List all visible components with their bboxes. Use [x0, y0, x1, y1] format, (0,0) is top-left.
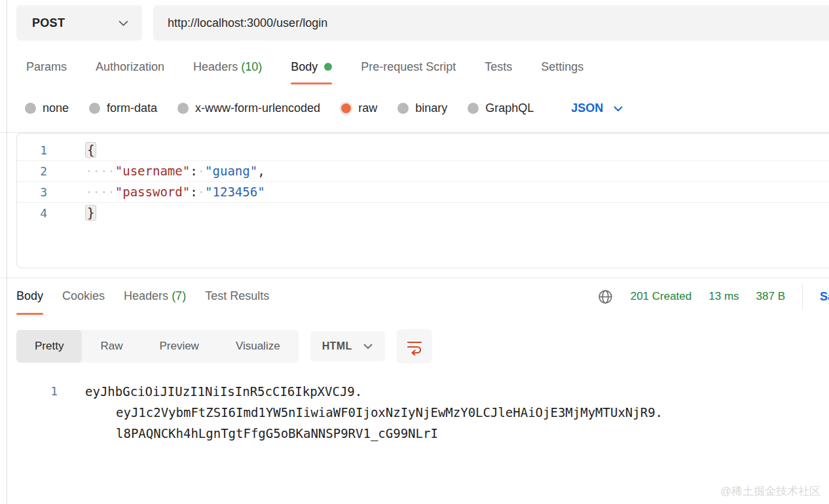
- view-preview[interactable]: Preview: [141, 330, 217, 363]
- radio-icon: [177, 103, 189, 114]
- indent-guide: ····: [85, 164, 115, 178]
- wrap-text-icon: [405, 337, 424, 355]
- body-type-row: none form-data x-www-form-urlencoded raw…: [25, 101, 829, 115]
- tab-body[interactable]: Body: [291, 60, 332, 84]
- editor-line: 3 ····"password":·"123456": [17, 182, 829, 203]
- radio-graphql[interactable]: GraphQL: [468, 101, 534, 115]
- space-dot: ·: [198, 164, 205, 178]
- chevron-down-icon: [613, 103, 623, 114]
- watermark: @稀土掘金技术社区: [720, 484, 820, 499]
- wrap-text-button[interactable]: [397, 329, 432, 363]
- save-response-button[interactable]: Save Response: [820, 290, 829, 304]
- radio-x-www-form-urlencoded[interactable]: x-www-form-urlencoded: [177, 101, 320, 115]
- tab-response-headers[interactable]: Headers (7): [124, 279, 186, 315]
- language-dropdown[interactable]: JSON: [571, 101, 623, 115]
- language-dropdown-value: JSON: [571, 101, 603, 115]
- url-text: http://localhost:3000/user/login: [168, 16, 327, 30]
- json-value: "guang": [205, 164, 257, 178]
- url-bar: POST http://localhost:3000/user/login: [16, 5, 829, 41]
- response-headers-count-badge: (7): [172, 289, 186, 302]
- json-key: "username": [115, 164, 190, 178]
- tab-authorization[interactable]: Authorization: [96, 60, 164, 84]
- response-language-dropdown[interactable]: HTML: [310, 331, 385, 361]
- body-modified-dot-icon: [324, 63, 332, 71]
- json-value: "123456": [205, 185, 265, 199]
- view-visualize[interactable]: Visualize: [217, 330, 299, 363]
- line-number[interactable]: 4: [17, 203, 60, 224]
- globe-icon: [597, 289, 614, 305]
- method-select[interactable]: POST: [16, 5, 142, 41]
- response-language-value: HTML: [322, 340, 352, 352]
- tab-settings[interactable]: Settings: [541, 60, 583, 84]
- view-raw[interactable]: Raw: [82, 330, 141, 363]
- line-number[interactable]: 2: [17, 161, 60, 181]
- open-brace: {: [85, 142, 96, 158]
- tab-pre-request-script[interactable]: Pre-request Script: [361, 60, 456, 84]
- view-pretty[interactable]: Pretty: [16, 330, 82, 363]
- chevron-down-icon: [363, 341, 373, 351]
- close-brace: }: [85, 205, 96, 221]
- token-line: l8PAQNCKh4hLgnTgtFfgG5oBKaNNSP9RV1_cG99N…: [116, 423, 663, 444]
- radio-selected-icon: [341, 103, 351, 113]
- response-time[interactable]: 13 ms: [709, 290, 739, 303]
- vertical-divider: [802, 283, 803, 310]
- space-dot: ·: [198, 185, 205, 199]
- radio-binary[interactable]: binary: [397, 101, 447, 115]
- tab-params[interactable]: Params: [26, 60, 67, 84]
- tab-cookies[interactable]: Cookies: [62, 279, 105, 315]
- tab-tests[interactable]: Tests: [485, 60, 512, 84]
- token-line: eyJ1c2VybmFtZSI6Imd1YW5nIiwiaWF0IjoxNzIy…: [116, 402, 663, 423]
- tab-test-results[interactable]: Test Results: [205, 279, 269, 315]
- tab-response-body[interactable]: Body: [16, 279, 43, 315]
- line-number[interactable]: 3: [17, 182, 60, 202]
- editor-line: 1 {: [17, 140, 829, 161]
- response-status-bar: 201 Created 13 ms 387 B Save Response: [597, 283, 829, 310]
- radio-form-data[interactable]: form-data: [89, 101, 157, 115]
- token-line: eyJhbGciOiJIUzI1NiIsInR5cCI6IkpXVCJ9.: [85, 381, 663, 402]
- request-tabs: Params Authorization Headers (10) Body P…: [26, 60, 829, 84]
- url-input[interactable]: http://localhost:3000/user/login: [153, 5, 829, 41]
- response-token: eyJhbGciOiJIUzI1NiIsInR5cCI6IkpXVCJ9. ey…: [85, 381, 663, 444]
- response-body[interactable]: 1 eyJhbGciOiJIUzI1NiIsInR5cCI6IkpXVCJ9. …: [16, 381, 829, 444]
- line-number[interactable]: 1: [17, 140, 60, 160]
- response-view-controls: Pretty Raw Preview Visualize HTML: [16, 329, 829, 363]
- response-line-number: 1: [16, 381, 58, 444]
- radio-icon: [89, 103, 100, 114]
- response-size[interactable]: 387 B: [756, 290, 785, 303]
- tab-headers[interactable]: Headers (10): [193, 60, 262, 84]
- radio-raw[interactable]: raw: [341, 101, 377, 115]
- radio-icon: [468, 103, 479, 114]
- editor-line: 4 }: [17, 203, 829, 224]
- headers-count-badge: (10): [241, 60, 262, 73]
- radio-none[interactable]: none: [25, 101, 69, 115]
- response-tabs: Body Cookies Headers (7) Test Results: [16, 279, 269, 315]
- editor-line: 2 ····"username":·"guang",: [17, 161, 829, 182]
- chevron-down-icon: [118, 18, 129, 29]
- response-header: Body Cookies Headers (7) Test Results 20…: [0, 278, 829, 315]
- indent-guide: ····: [85, 185, 115, 199]
- active-tab-underline: [16, 313, 43, 315]
- radio-icon: [25, 103, 36, 114]
- active-tab-underline: [291, 82, 332, 84]
- panel-left-border: [7, 0, 7, 504]
- status-code[interactable]: 201 Created: [631, 290, 692, 303]
- method-label: POST: [32, 16, 65, 30]
- request-body-editor[interactable]: 1 { 2 ····"username":·"guang", 3 ····"pa…: [16, 133, 829, 268]
- radio-icon: [397, 103, 409, 114]
- json-key: "password": [115, 185, 190, 199]
- view-mode-switcher: Pretty Raw Preview Visualize: [16, 330, 299, 363]
